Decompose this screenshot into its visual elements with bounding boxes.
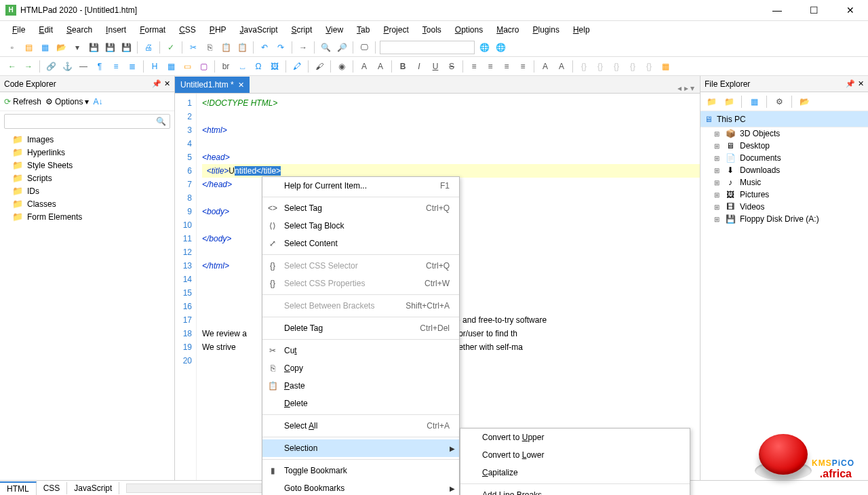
search-icon[interactable]: 🔍 [156,117,166,126]
div-icon[interactable]: ▢ [197,60,210,73]
file-explorer-root[interactable]: 🖥 This PC [701,111,868,127]
ce-item-hyperlinks[interactable]: 📁Hyperlinks [0,146,174,159]
ctx-add-line-breaks[interactable]: Add Line Breaks [460,486,690,495]
open-folder-icon[interactable]: 📂 [54,41,68,54]
ctx-paste[interactable]: 📋Paste [262,377,459,395]
save-all-icon[interactable]: 💾 [103,41,117,54]
highlight-icon[interactable]: 🖍 [290,60,304,73]
italic-icon[interactable]: I [412,60,426,73]
bottom-tab-css[interactable]: CSS [37,482,68,494]
color-wheel-icon[interactable]: ◉ [335,60,349,73]
fe-item-videos[interactable]: ⊞🎞Videos [701,201,868,213]
table-icon[interactable]: ▦ [164,60,178,73]
tab-scroll-left-icon[interactable]: ◂ [677,83,682,93]
ce-item-classes[interactable]: 📁Classes [0,197,174,210]
spellcheck-icon[interactable]: ✓ [164,41,178,54]
fe-item-3d-objects[interactable]: ⊞📦3D Objects [701,127,868,140]
fe-item-desktop[interactable]: ⊞🖥Desktop [701,140,868,152]
back-icon[interactable]: ← [5,60,19,73]
browser-alt-icon[interactable]: 🌐 [494,41,507,54]
menu-edit[interactable]: Edit [33,22,58,37]
ctx-convert-to-lower[interactable]: Convert to Lower [460,446,690,464]
brush-icon[interactable]: 🖌 [313,60,326,73]
expand-icon[interactable]: ⊞ [714,130,721,138]
dropdown-icon[interactable]: ▾ [71,41,84,54]
undo-icon[interactable]: ↶ [258,41,271,54]
menu-search[interactable]: Search [61,22,98,37]
underline-icon[interactable]: U [429,60,442,73]
expand-icon[interactable]: ⊞ [714,216,721,223]
ce-item-images[interactable]: 📁Images [0,133,174,146]
close-button[interactable]: ✕ [838,2,863,18]
selection-submenu[interactable]: Convert to UpperConvert to LowerCapitali… [460,428,690,495]
br-icon[interactable]: br [219,60,233,73]
menu-format[interactable]: Format [134,22,171,37]
view-icon[interactable]: ▦ [747,95,761,108]
ctx-select-tag-block[interactable]: ⟨⟩Select Tag Block [262,217,459,235]
ce-item-style-sheets[interactable]: 📁Style Sheets [0,159,174,172]
tab-scroll-right-icon[interactable]: ▸ [684,83,688,93]
code-explorer-tree[interactable]: 📁Images📁Hyperlinks📁Style Sheets📁Scripts📁… [0,132,174,480]
panel-close-icon[interactable]: ✕ [858,79,864,88]
menu-macro[interactable]: Macro [491,22,524,37]
anchor-icon[interactable]: ⚓ [60,60,74,73]
folder-up-icon[interactable]: 📁 [705,95,718,108]
ctx-help-for-current-item-[interactable]: Help for Current Item...F1 [262,177,459,195]
preview-icon[interactable]: 🖵 [357,41,371,54]
fe-item-pictures[interactable]: ⊞🖼Pictures [701,189,868,201]
goto-icon[interactable]: → [296,41,310,54]
editor-context-menu[interactable]: Help for Current Item...F1<>Select TagCt… [262,176,460,495]
expand-icon[interactable]: ⊞ [714,142,721,150]
new-page-icon[interactable]: ▤ [22,41,35,54]
menu-help[interactable]: Help [568,22,595,37]
align-justify-icon[interactable]: ≡ [516,60,530,73]
ctx-toggle-bookmark[interactable]: ▮Toggle Bookmark [262,462,459,479]
braces-4-icon[interactable]: {} [626,60,639,73]
find-icon[interactable]: 🔍 [319,41,332,54]
fe-item-music[interactable]: ⊞♪Music [701,176,868,189]
ctx-select-tag[interactable]: <>Select TagCtrl+Q [262,199,459,217]
braces-1-icon[interactable]: {} [577,60,591,73]
refresh-button[interactable]: ⟳ Refresh [4,97,41,106]
omega-icon[interactable]: Ω [252,60,265,73]
list-ul-icon[interactable]: ≣ [125,60,139,73]
menu-php[interactable]: PHP [204,22,232,37]
ctx-cut[interactable]: ✂Cut [262,342,459,359]
expand-icon[interactable]: ⊞ [714,191,721,199]
ctx-convert-to-upper[interactable]: Convert to Upper [460,429,690,446]
image-icon[interactable]: 🖼 [268,60,281,73]
menu-plugins[interactable]: Plugins [528,22,565,37]
expand-icon[interactable]: ⊞ [714,203,721,211]
ctx-capitalize[interactable]: Capitalize [460,464,690,481]
code-explorer-search-input[interactable] [4,114,170,129]
bottom-tab-html[interactable]: HTML [0,481,37,495]
bg-color-icon[interactable]: A [555,60,568,73]
open-icon[interactable]: 📂 [797,95,811,108]
expand-icon[interactable]: ⊞ [714,155,721,162]
panel-close-icon[interactable]: ✕ [164,79,170,88]
ce-item-ids[interactable]: 📁IDs [0,184,174,197]
file-explorer-tree[interactable]: ⊞📦3D Objects⊞🖥Desktop⊞📄Documents⊞⬇Downlo… [701,127,868,480]
braces-5-icon[interactable]: {} [642,60,656,73]
new-folder-icon[interactable]: 📁 [722,95,736,108]
ctx-delete-tag[interactable]: Delete TagCtrl+Del [262,319,459,337]
new-file-icon[interactable]: ▫ [5,41,19,54]
menu-insert[interactable]: Insert [100,22,132,37]
heading-icon[interactable]: H [148,60,161,73]
sort-az-button[interactable]: A↓ [93,97,102,106]
options-button[interactable]: ⚙ Options ▾ [45,97,89,106]
menu-view[interactable]: View [320,22,349,37]
forward-icon[interactable]: → [22,60,35,73]
paragraph-icon[interactable]: ¶ [93,60,106,73]
braces-2-icon[interactable]: {} [593,60,607,73]
align-center-icon[interactable]: ≡ [484,60,497,73]
paste-icon[interactable]: 📋 [219,41,233,54]
save-as-icon[interactable]: 💾 [119,41,133,54]
ctx-select-content[interactable]: ⤢Select Content [262,235,459,252]
ce-item-scripts[interactable]: 📁Scripts [0,172,174,184]
pin-icon[interactable]: 📌 [152,79,161,88]
minimize-button[interactable]: ― [765,2,789,18]
menu-options[interactable]: Options [450,22,488,37]
cut-icon[interactable]: ✂ [186,41,200,54]
align-right-icon[interactable]: ≡ [500,60,513,73]
